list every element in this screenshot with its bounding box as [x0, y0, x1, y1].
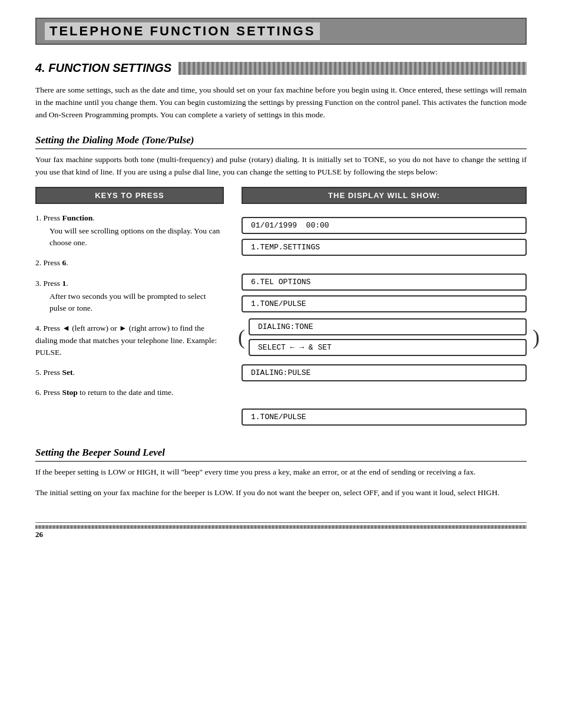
- section4-title: 4. FUNCTION SETTINGS: [35, 61, 171, 75]
- page-number: 26: [35, 530, 43, 539]
- section4-heading: 4. FUNCTION SETTINGS: [35, 61, 527, 75]
- spacer3: [242, 386, 527, 404]
- spacer1: [242, 261, 527, 269]
- display-box-tel-options: 6.TEL OPTIONS: [242, 274, 527, 291]
- beeper-para2: The initial setting on your fax machine …: [35, 487, 527, 499]
- left-bracket: (: [238, 318, 245, 356]
- beeper-para1: If the beeper setting is LOW or HIGH, it…: [35, 466, 527, 479]
- step6: 6. Press Stop to return to the date and …: [35, 387, 224, 398]
- display-box-datetime: 01/01/1999 00:00: [242, 217, 527, 234]
- subheading-dialing: Setting the Dialing Mode (Tone/Pulse): [35, 134, 527, 149]
- col-display: THE DISPLAY WILL SHOW: 01/01/1999 00:00 …: [242, 187, 527, 426]
- step1-num: 1. Press Function.: [35, 213, 95, 222]
- step3-text: 3. Press 1.: [35, 279, 68, 288]
- page: TELEPHONE FUNCTION SETTINGS 4. FUNCTION …: [0, 0, 562, 563]
- right-bracket: ): [533, 318, 540, 356]
- display-box-tone-pulse-1: 1.TONE/PULSE: [242, 295, 527, 312]
- step3-sub: After two seconds you will be prompted t…: [49, 291, 224, 315]
- top-header-bar: TELEPHONE FUNCTION SETTINGS: [35, 18, 527, 45]
- intro-para1: There are some settings, such as the dat…: [35, 84, 527, 121]
- col-display-header: THE DISPLAY WILL SHOW:: [242, 187, 527, 204]
- step1: 1. Press Function. You will see scrollin…: [35, 212, 224, 249]
- display-box-dialing-tone: DIALING:TONE: [249, 318, 527, 335]
- spacer2: [249, 335, 527, 339]
- display-box-select: SELECT ← → & SET: [249, 339, 527, 356]
- step4-text: 4. Press ◄ (left arrow) or ► (right arro…: [35, 324, 217, 357]
- display-box-temp: 1.TEMP.SETTINGS: [242, 239, 527, 256]
- col-keys: KEYS TO PRESS 1. Press Function. You wil…: [35, 187, 224, 426]
- step2-text: 2. Press 6.: [35, 258, 68, 267]
- dialing-intro: Your fax machine supports both tone (mul…: [35, 154, 527, 179]
- step5-text: 5. Press Set.: [35, 368, 75, 377]
- heading-pattern: [178, 62, 527, 75]
- step4: 4. Press ◄ (left arrow) or ► (right arro…: [35, 322, 224, 358]
- step2: 2. Press 6.: [35, 257, 224, 269]
- page-title: TELEPHONE FUNCTION SETTINGS: [45, 22, 320, 40]
- step6-text: 6. Press Stop to return to the date and …: [35, 388, 173, 397]
- display-box-tone-pulse-2: 1.TONE/PULSE: [242, 409, 527, 426]
- step3: 3. Press 1. After two seconds you will b…: [35, 278, 224, 315]
- step5: 5. Press Set.: [35, 367, 224, 378]
- footer: 26: [35, 522, 527, 539]
- display-box-dialing-pulse: DIALING:PULSE: [242, 364, 527, 381]
- bracket-group: ( DIALING:TONE SELECT ← → & SET ): [249, 318, 527, 356]
- step1-sub: You will see scrolling options on the di…: [49, 225, 224, 249]
- two-column-layout: KEYS TO PRESS 1. Press Function. You wil…: [35, 187, 527, 426]
- subheading-beeper: Setting the Beeper Sound Level: [35, 447, 527, 462]
- footer-pattern: [35, 525, 527, 529]
- col-keys-header: KEYS TO PRESS: [35, 187, 224, 204]
